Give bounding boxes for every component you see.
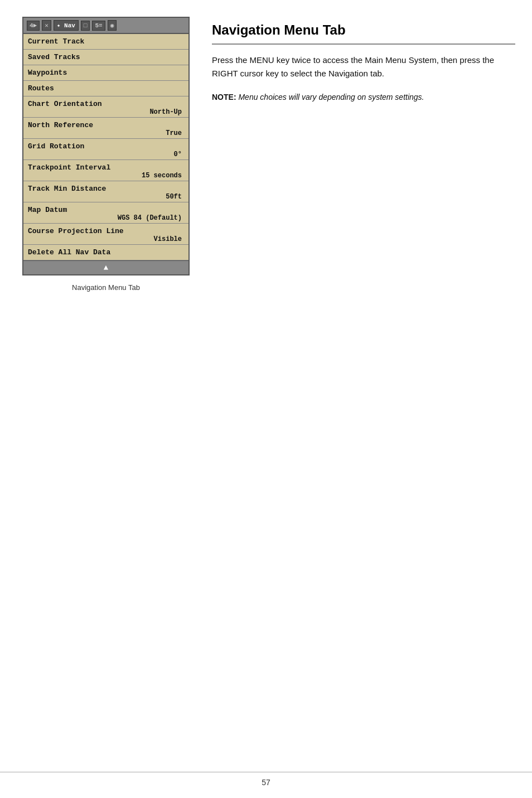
menu-item-value: 15 seconds — [28, 172, 184, 180]
menu-item-value: True — [28, 129, 184, 137]
menu-item-grid-rotation[interactable]: Grid Rotation 0° — [23, 139, 188, 160]
menu-item-label: Routes — [28, 84, 184, 93]
left-panel: 4► ✕ ✦ Nav □ 5= ◉ Current Track Saved Tr… — [17, 17, 195, 292]
menu-item-label: Chart Orientation — [28, 100, 184, 108]
toolbar-nav-label: ✦ Nav — [54, 20, 79, 31]
doc-note-text: Menu choices will vary depending on syst… — [236, 93, 424, 101]
menu-item-saved-tracks[interactable]: Saved Tracks — [23, 50, 188, 65]
toolbar-icon-3: □ — [81, 21, 90, 31]
menu-item-label: Trackpoint Interval — [28, 163, 184, 172]
menu-item-value: 50ft — [28, 193, 184, 201]
menu-item-waypoints[interactable]: Waypoints — [23, 65, 188, 81]
device-footer: ▲ — [23, 260, 188, 274]
device-screen: 4► ✕ ✦ Nav □ 5= ◉ Current Track Saved Tr… — [22, 17, 190, 275]
menu-item-north-reference[interactable]: North Reference True — [23, 118, 188, 139]
menu-item-track-min-distance[interactable]: Track Min Distance 50ft — [23, 181, 188, 202]
menu-item-value: 0° — [28, 151, 184, 158]
menu-item-routes[interactable]: Routes — [23, 81, 188, 96]
page-number: 57 — [262, 778, 270, 787]
menu-item-value: WGS 84 (Default) — [28, 214, 184, 222]
menu-item-label: North Reference — [28, 121, 184, 129]
menu-item-trackpoint-interval[interactable]: Trackpoint Interval 15 seconds — [23, 160, 188, 181]
toolbar-icon-1: 4► — [27, 21, 40, 31]
doc-note: NOTE: Menu choices will vary depending o… — [212, 91, 515, 103]
menu-item-label: Course Projection Line — [28, 227, 184, 235]
page-footer: 57 — [0, 772, 532, 787]
doc-body-text: Press the MENU key twice to access the M… — [212, 54, 515, 80]
menu-item-label: Map Datum — [28, 206, 184, 214]
menu-item-course-projection-line[interactable]: Course Projection Line Visible — [23, 224, 188, 245]
menu-item-value: North-Up — [28, 108, 184, 116]
device-toolbar: 4► ✕ ✦ Nav □ 5= ◉ — [23, 18, 188, 34]
menu-item-label: Track Min Distance — [28, 185, 184, 193]
menu-item-label: Current Track — [28, 37, 184, 46]
scroll-up-icon: ▲ — [104, 263, 108, 272]
doc-note-label: NOTE: — [212, 93, 236, 101]
menu-item-current-track[interactable]: Current Track — [23, 34, 188, 50]
toolbar-icon-4: 5= — [92, 21, 105, 31]
device-caption: Navigation Menu Tab — [72, 283, 140, 292]
menu-item-delete-all-nav-data[interactable]: Delete All Nav Data — [23, 245, 188, 260]
menu-item-label: Delete All Nav Data — [28, 248, 184, 257]
toolbar-icon-2: ✕ — [42, 20, 51, 31]
menu-item-label: Grid Rotation — [28, 142, 184, 151]
menu-item-value: Visible — [28, 235, 184, 243]
right-panel: Navigation Menu Tab Press the MENU key t… — [212, 17, 515, 292]
toolbar-icon-5: ◉ — [108, 20, 117, 31]
menu-item-map-datum[interactable]: Map Datum WGS 84 (Default) — [23, 202, 188, 224]
page-title: Navigation Menu Tab — [212, 22, 515, 45]
menu-item-label: Saved Tracks — [28, 53, 184, 61]
menu-item-chart-orientation[interactable]: Chart Orientation North-Up — [23, 96, 188, 118]
menu-item-label: Waypoints — [28, 69, 184, 77]
